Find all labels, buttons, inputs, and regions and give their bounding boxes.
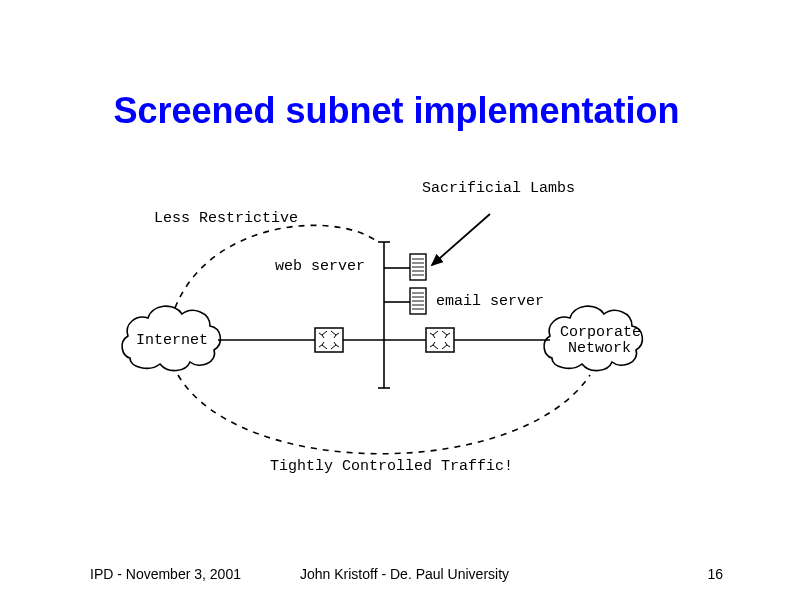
sacrificial-arrow	[432, 214, 490, 265]
footer-page-number: 16	[707, 566, 723, 582]
network-diagram: Sacrificial Lambs Less Restrictive web s…	[120, 180, 673, 480]
label-corporate-2: Network	[568, 340, 631, 357]
label-corporate-1: Corporate	[560, 324, 641, 341]
email-server-icon	[410, 288, 426, 314]
label-sacrificial-lambs: Sacrificial Lambs	[422, 180, 575, 197]
svg-rect-19	[426, 328, 454, 352]
svg-rect-18	[315, 328, 343, 352]
footer-author: John Kristoff - De. Paul University	[300, 566, 509, 582]
slide-title: Screened subnet implementation	[0, 90, 793, 132]
label-web-server: web server	[275, 258, 365, 275]
label-internet: Internet	[136, 332, 208, 349]
footer-date: IPD - November 3, 2001	[90, 566, 241, 582]
right-router-icon	[426, 328, 454, 352]
web-server-icon	[410, 254, 426, 280]
label-tightly-controlled: Tightly Controlled Traffic!	[270, 458, 513, 475]
left-router-icon	[315, 328, 343, 352]
label-less-restrictive: Less Restrictive	[154, 210, 298, 227]
label-email-server: email server	[436, 293, 544, 310]
